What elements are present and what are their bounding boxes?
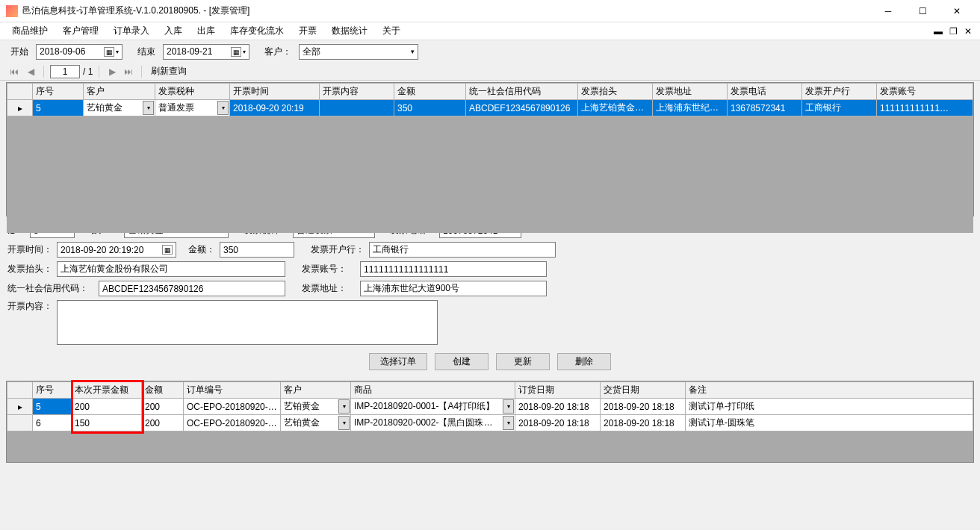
menu-stock-flow[interactable]: 库存变化流水 — [223, 22, 291, 40]
menu-invoice[interactable]: 开票 — [291, 22, 324, 40]
window-title: 邑泊信息科技-订单管理系统-V.1.0.20180905. - [发票管理] — [22, 4, 871, 17]
mdi-minimize-icon[interactable]: ▬ — [931, 26, 946, 37]
menu-product[interactable]: 商品维护 — [4, 22, 55, 40]
menu-bar: 商品维护 客户管理 订单录入 入库 出库 库存变化流水 开票 数据统计 关于 ▬… — [0, 22, 980, 40]
maximize-button[interactable]: ☐ — [905, 0, 940, 22]
menu-stats[interactable]: 数据统计 — [324, 22, 375, 40]
close-button[interactable]: ✕ — [940, 0, 974, 22]
menu-stock-out[interactable]: 出库 — [190, 22, 223, 40]
menu-stock-in[interactable]: 入库 — [157, 22, 190, 40]
menu-order-entry[interactable]: 订单录入 — [106, 22, 157, 40]
menu-customer[interactable]: 客户管理 — [55, 22, 106, 40]
app-icon — [6, 5, 18, 17]
menu-about[interactable]: 关于 — [375, 22, 408, 40]
mdi-close-icon[interactable]: ✕ — [961, 26, 976, 37]
mdi-restore-icon[interactable]: ❐ — [946, 26, 961, 37]
title-bar: 邑泊信息科技-订单管理系统-V.1.0.20180905. - [发票管理] ─… — [0, 0, 980, 22]
minimize-button[interactable]: ─ — [871, 0, 905, 22]
